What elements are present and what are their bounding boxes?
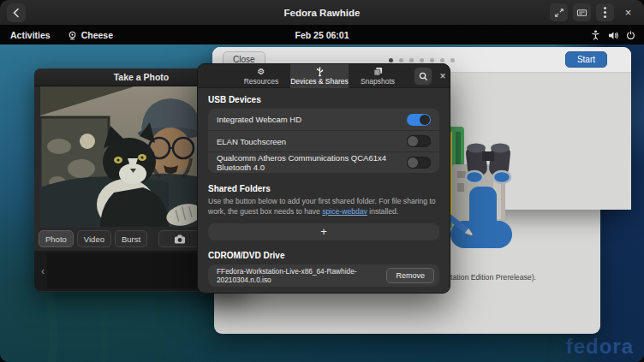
fullscreen-icon (554, 8, 564, 18)
fedora-watermark: fedora (566, 335, 634, 359)
carousel-dot[interactable] (450, 58, 455, 62)
device-toggle[interactable] (407, 135, 431, 147)
dialog-body: USB Devices Integrated Webcam HD ELAN To… (198, 88, 450, 287)
tab-resources-label: Resources (244, 77, 279, 86)
back-button[interactable] (7, 3, 26, 22)
carousel-dot[interactable] (440, 58, 444, 62)
keyboard-button[interactable] (573, 3, 591, 21)
device-name: Integrated Webcam HD (217, 115, 301, 124)
power-icon (626, 31, 635, 40)
camera-icon (174, 234, 186, 244)
add-shared-folder-button[interactable]: + (208, 223, 439, 240)
gear-icon: ⚙ (258, 67, 265, 76)
fullscreen-button[interactable] (550, 3, 568, 21)
titlebar-actions: × (550, 3, 637, 21)
tab-devices-shares[interactable]: Devices & Shares (290, 64, 349, 88)
usb-icon (315, 67, 325, 76)
remove-iso-button[interactable]: Remove (386, 268, 434, 283)
shutter-button[interactable] (158, 230, 201, 247)
device-row: Qualcomm Atheros Communications QCA61x4 … (208, 151, 439, 173)
search-button[interactable] (414, 67, 432, 86)
cdrom-heading: CDROM/DVD Drive (208, 251, 439, 260)
dialog-tabs: ⚙ Resources Devices & Shares Snapshots (232, 64, 407, 88)
strip-prev-button[interactable]: ‹ (34, 265, 47, 277)
device-row: Integrated Webcam HD (208, 109, 439, 130)
boxes-titlebar: Fedora Rawhide × (0, 0, 644, 26)
mode-photo-button[interactable]: Photo (39, 230, 74, 247)
search-icon (419, 72, 428, 81)
tab-snapshots[interactable]: Snapshots (349, 64, 407, 88)
gnome-topbar: Activities Cheese Feb 25 06:01 (0, 26, 644, 45)
device-name: Qualcomm Atheros Communications QCA61x4 … (217, 153, 407, 172)
keyboard-icon (576, 8, 587, 18)
boxes-window: Fedora Rawhide × fedora Cl (0, 0, 644, 362)
app-indicator-cheese[interactable]: Cheese (61, 26, 120, 45)
shared-folders-heading: Shared Folders (208, 184, 439, 193)
dialog-header: ⚙ Resources Devices & Shares Snapshots (198, 64, 450, 88)
mode-video-button[interactable]: Video (77, 230, 111, 247)
tab-resources[interactable]: ⚙ Resources (232, 64, 290, 88)
tab-devices-label: Devices & Shares (290, 77, 349, 86)
usb-devices-list: Integrated Webcam HD ELAN Touchscreen Qu… (208, 109, 439, 173)
device-name: ELAN Touchscreen (217, 137, 286, 146)
webcam-icon (68, 31, 77, 40)
shared-folders-description: Use the button below to add your first s… (208, 197, 441, 217)
iso-filename: FFedora-Workstation-Live-x86_64-Rawhide-… (217, 267, 386, 284)
carousel-dot[interactable] (430, 58, 434, 62)
activities-button[interactable]: Activities (0, 26, 61, 45)
vm-display: fedora Close Start (0, 26, 644, 362)
menu-button[interactable] (596, 3, 614, 21)
dialog-close-button[interactable]: × (436, 68, 450, 85)
device-row: ELAN Touchscreen (208, 130, 439, 151)
cdrom-row: FFedora-Workstation-Live-x86_64-Rawhide-… (208, 264, 439, 287)
chevron-left-icon (11, 8, 21, 18)
properties-dialog: ⚙ Resources Devices & Shares Snapshots (197, 63, 450, 294)
carousel-dot[interactable] (389, 58, 393, 62)
window-title: Fedora Rawhide (0, 8, 644, 18)
mode-burst-button[interactable]: Burst (115, 230, 147, 247)
carousel-dot[interactable] (399, 58, 403, 62)
tour-start-button[interactable]: Start (565, 51, 607, 68)
device-toggle[interactable] (407, 157, 431, 169)
system-status-area[interactable] (591, 26, 635, 45)
desc-text: installed. (367, 207, 398, 216)
carousel-dot[interactable] (409, 58, 414, 62)
spice-webdav-link[interactable]: spice-webdav (322, 207, 367, 216)
tour-caption-text: tation Edition Prerelease). (450, 273, 536, 282)
app-indicator-label: Cheese (81, 30, 113, 40)
close-window-button[interactable]: × (619, 3, 637, 21)
carousel-dot[interactable] (420, 58, 424, 62)
device-toggle[interactable] (407, 114, 431, 126)
usb-devices-heading: USB Devices (208, 95, 439, 104)
cheese-title: Take a Photo (114, 72, 170, 82)
kebab-menu-icon (604, 7, 606, 18)
snapshots-icon (373, 67, 383, 76)
accessibility-icon (591, 30, 600, 40)
tab-snapshots-label: Snapshots (361, 77, 395, 86)
volume-icon (608, 31, 618, 40)
